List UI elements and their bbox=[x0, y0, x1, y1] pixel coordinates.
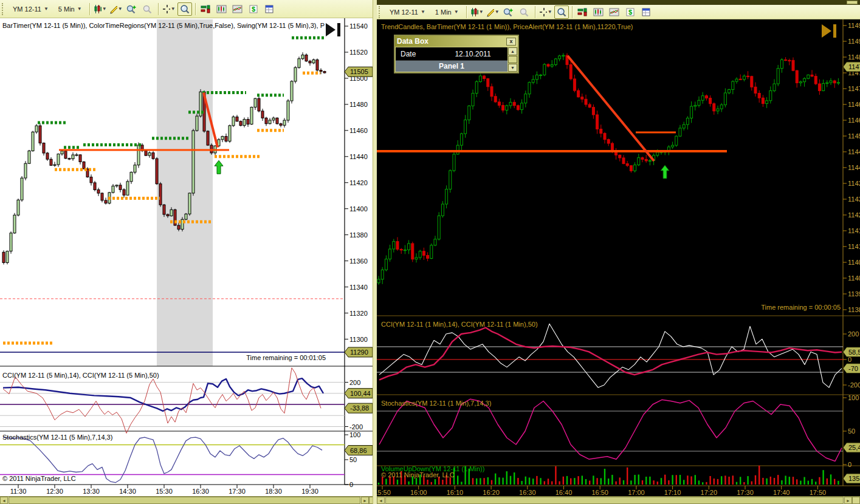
chart-window-button[interactable] bbox=[591, 5, 606, 19]
svg-text:11466: 11466 bbox=[848, 101, 860, 108]
svg-text:11430: 11430 bbox=[848, 196, 860, 203]
svg-text:15:50: 15:50 bbox=[377, 489, 391, 496]
svg-text:135: 135 bbox=[848, 475, 859, 482]
chart-window-button[interactable] bbox=[215, 2, 229, 16]
chart-style-button[interactable]: ▼ bbox=[93, 2, 108, 16]
zoom-in-button[interactable] bbox=[125, 2, 139, 16]
svg-text:15:30: 15:30 bbox=[156, 488, 173, 495]
zoom-out-button[interactable] bbox=[517, 5, 532, 19]
svg-text:13:30: 13:30 bbox=[83, 488, 100, 495]
toolbar-grip[interactable] bbox=[2, 3, 5, 15]
svg-text:11320: 11320 bbox=[349, 310, 368, 317]
svg-text:17:30: 17:30 bbox=[229, 488, 246, 495]
scroll-down-icon[interactable]: ▼ bbox=[508, 64, 517, 72]
svg-text:11484: 11484 bbox=[848, 53, 860, 61]
scroll-right-button[interactable]: ► bbox=[361, 497, 369, 504]
chart-window-1min: YM 12-11 ▼ 1 Min ▼ ▼▼▼$ 1149611490114841… bbox=[377, 0, 860, 504]
go-to-end-icon[interactable] bbox=[822, 24, 838, 40]
svg-text:11388: 11388 bbox=[848, 306, 860, 313]
horizontal-scrollbar[interactable]: ◄ ► bbox=[0, 496, 377, 504]
crosshair-button[interactable]: ▼ bbox=[538, 5, 553, 19]
interval-selector[interactable]: 5 Min ▼ bbox=[54, 4, 86, 15]
toolbar-separator bbox=[466, 6, 467, 18]
svg-text:17:30: 17:30 bbox=[737, 489, 754, 496]
chevron-down-icon: ▼ bbox=[495, 9, 500, 15]
order-entry-button[interactable] bbox=[199, 2, 213, 16]
scroll-up-icon[interactable]: ▲ bbox=[508, 47, 517, 55]
instrument-label: YM 12-11 bbox=[13, 5, 41, 13]
zoom-in-button[interactable] bbox=[501, 5, 516, 19]
svg-text:25,4: 25,4 bbox=[848, 444, 860, 451]
svg-text:-70: -70 bbox=[848, 365, 858, 372]
line-chart-button[interactable] bbox=[607, 5, 622, 19]
toolbar-separator bbox=[572, 6, 573, 18]
price-chart-canvas-1min[interactable]: 1149611490114841147811472114661146011454… bbox=[377, 19, 860, 496]
chevron-down-icon: ▼ bbox=[44, 6, 49, 12]
data-box-titlebar[interactable]: Data Box x bbox=[395, 36, 518, 47]
svg-text:11460: 11460 bbox=[349, 127, 368, 134]
properties-button[interactable] bbox=[639, 5, 653, 19]
scroll-right-button[interactable]: ► bbox=[844, 497, 852, 504]
svg-text:11360: 11360 bbox=[349, 257, 368, 265]
chart-window-5min: YM 12-11 ▼ 5 Min ▼ ▼▼▼$ 1154011520115001… bbox=[0, 0, 377, 504]
close-icon[interactable]: x bbox=[506, 38, 516, 46]
svg-text:-33,88: -33,88 bbox=[350, 404, 369, 412]
crosshair-button[interactable]: ▼ bbox=[162, 2, 176, 16]
svg-text:19:30: 19:30 bbox=[301, 488, 318, 495]
line-chart-button[interactable] bbox=[230, 2, 245, 16]
svg-text:11380: 11380 bbox=[349, 231, 368, 239]
data-box-button[interactable] bbox=[177, 2, 192, 16]
svg-text:0: 0 bbox=[349, 481, 353, 488]
instrument-selector[interactable]: YM 12-11 ▼ bbox=[385, 7, 430, 18]
svg-text:11454: 11454 bbox=[848, 132, 860, 140]
svg-text:12:30: 12:30 bbox=[46, 488, 63, 495]
data-box-row-value: 12.10.2011 bbox=[438, 50, 507, 58]
chart-style-button[interactable]: ▼ bbox=[470, 5, 484, 19]
draw-tool-button[interactable]: ▼ bbox=[109, 2, 123, 16]
price-chart-canvas-5min[interactable]: 1154011520115001148011460114401142011400… bbox=[0, 18, 373, 496]
toolbar-grip[interactable] bbox=[379, 6, 382, 18]
svg-text:50: 50 bbox=[349, 456, 357, 463]
draw-tool-button[interactable]: ▼ bbox=[486, 5, 500, 19]
data-box-panel-header: Panel 1 bbox=[396, 61, 507, 72]
toolbar-icons: ▼▼▼$ bbox=[93, 2, 277, 16]
chevron-down-icon: ▼ bbox=[548, 9, 552, 15]
svg-text:11400: 11400 bbox=[848, 274, 860, 282]
horizontal-scrollbar[interactable]: ◄ ► bbox=[377, 496, 860, 504]
scroll-thumb[interactable] bbox=[508, 56, 517, 63]
properties-button[interactable] bbox=[262, 2, 277, 16]
svg-text:11440: 11440 bbox=[349, 153, 368, 160]
svg-text:11406: 11406 bbox=[848, 259, 860, 266]
zoom-out-button[interactable] bbox=[140, 2, 155, 16]
account-button[interactable]: $ bbox=[246, 2, 261, 16]
data-box-body: Date 12.10.2011 Panel 1 ▲ ▼ bbox=[395, 47, 518, 72]
window-frame bbox=[373, 0, 377, 504]
svg-text:11448: 11448 bbox=[848, 148, 860, 155]
svg-text:58,5: 58,5 bbox=[848, 349, 860, 356]
interval-label: 5 Min bbox=[58, 5, 75, 13]
go-to-end-icon[interactable] bbox=[326, 23, 342, 39]
toolbar-separator bbox=[89, 3, 90, 15]
account-button[interactable]: $ bbox=[623, 5, 638, 19]
svg-text:11460: 11460 bbox=[848, 117, 860, 124]
scroll-resize-button[interactable] bbox=[852, 497, 860, 504]
scroll-left-button[interactable]: ◄ bbox=[377, 497, 385, 504]
svg-text:11472: 11472 bbox=[848, 85, 860, 92]
svg-text:-200: -200 bbox=[349, 423, 363, 431]
toolbar-left: YM 12-11 ▼ 5 Min ▼ ▼▼▼$ bbox=[0, 0, 377, 18]
data-box[interactable]: Data Box x Date 12.10.2011 Panel 1 ▲ ▼ bbox=[394, 35, 519, 73]
toolbar-separator bbox=[535, 6, 535, 18]
scroll-thumb[interactable] bbox=[385, 497, 844, 504]
scroll-thumb[interactable] bbox=[9, 497, 360, 504]
order-entry-button[interactable] bbox=[576, 5, 590, 19]
scroll-left-button[interactable]: ◄ bbox=[0, 497, 8, 504]
interval-selector[interactable]: 1 Min ▼ bbox=[431, 7, 463, 18]
svg-text:11412: 11412 bbox=[848, 243, 860, 250]
svg-text:11300: 11300 bbox=[349, 336, 368, 343]
svg-text:17:50: 17:50 bbox=[810, 489, 827, 496]
instrument-selector[interactable]: YM 12-11 ▼ bbox=[9, 4, 53, 15]
data-box-button[interactable] bbox=[554, 5, 569, 19]
window-button[interactable] bbox=[847, 1, 858, 4]
data-box-scrollbar[interactable]: ▲ ▼ bbox=[508, 47, 517, 72]
toolbar-right: YM 12-11 ▼ 1 Min ▼ ▼▼▼$ bbox=[377, 5, 860, 19]
